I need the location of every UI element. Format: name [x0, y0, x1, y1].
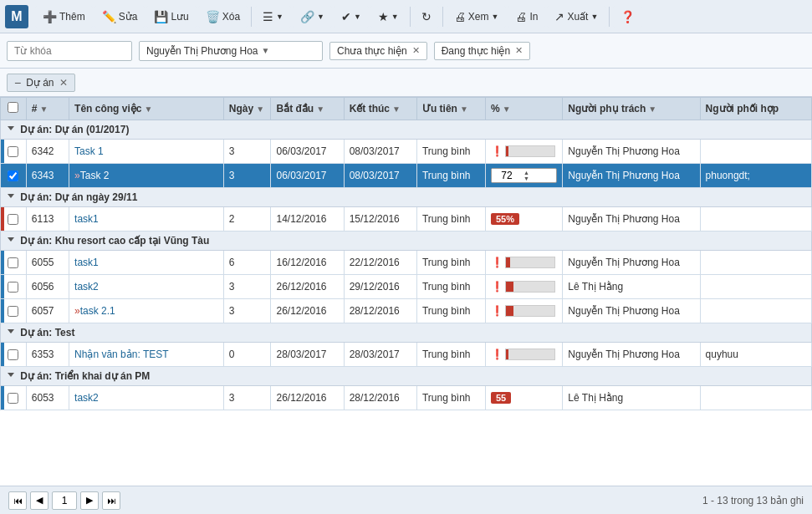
row-start: 06/03/2017 [271, 164, 344, 188]
task-link[interactable]: task2 [74, 281, 99, 293]
row-num: 6353 [26, 343, 69, 367]
task-link[interactable]: Nhận văn bản: TEST [74, 349, 169, 360]
task-link[interactable]: »task 2.1 [74, 305, 115, 317]
first-page-button[interactable]: ⏮ [8, 491, 27, 510]
row-percent: ❗ [486, 343, 563, 367]
task-link[interactable]: task1 [74, 213, 99, 225]
user-dropdown[interactable]: Nguyễn Thị Phương Hoa ▼ [139, 41, 323, 61]
remove-project-tag-button[interactable]: ✕ [59, 77, 68, 89]
xem-button[interactable]: 🖨 Xem ▼ [447, 6, 507, 28]
next-page-button[interactable]: ▶ [80, 491, 99, 510]
group-collapse-icon[interactable] [8, 373, 14, 379]
row-collab [700, 140, 811, 164]
checkmark-icon: ✔ [341, 10, 351, 23]
refresh-button[interactable]: ↻ [414, 6, 439, 28]
row-checkbox[interactable] [8, 393, 18, 404]
row-owner: Nguyễn Thị Phương Hoa [563, 207, 700, 232]
row-days: 3 [223, 275, 271, 299]
row-days: 3 [223, 140, 271, 164]
check-arrow: ▼ [354, 13, 361, 21]
prev-page-button[interactable]: ◀ [30, 491, 49, 510]
row-owner: Nguyễn Thị Phương Hoa [563, 164, 700, 188]
check-button[interactable]: ✔ ▼ [334, 6, 369, 28]
num-filter-icon[interactable]: ▼ [39, 104, 48, 114]
xuat-button[interactable]: ↗ Xuất ▼ [547, 6, 605, 28]
task-link[interactable]: task2 [74, 392, 99, 404]
pagination-status: 1 - 13 trong 13 bản ghi [702, 495, 804, 506]
row-checkbox[interactable] [8, 306, 18, 317]
task-link[interactable]: task1 [74, 257, 99, 268]
row-checkbox[interactable] [8, 257, 18, 268]
page-number-input[interactable] [52, 491, 77, 510]
percent-header: % ▼ [486, 98, 563, 120]
group-collapse-icon[interactable] [8, 237, 14, 244]
row-start: 26/12/2016 [271, 275, 344, 299]
remove-chua-tag-button[interactable]: ✕ [412, 45, 420, 56]
xem-arrow: ▼ [491, 13, 498, 21]
row-days: 0 [223, 343, 271, 367]
task-link[interactable]: Task 1 [74, 145, 104, 157]
row-checkbox[interactable] [8, 349, 18, 360]
sep4 [609, 7, 610, 27]
days-filter-icon[interactable]: ▼ [256, 104, 264, 114]
luu-button[interactable]: 💾 Lưu [146, 6, 196, 28]
start-filter-icon[interactable]: ▼ [316, 104, 324, 114]
help-icon: ❓ [620, 10, 635, 23]
filter-tag-dang: Đang thực hiện ✕ [434, 42, 530, 60]
row-owner: Lê Thị Hằng [563, 386, 700, 410]
row-owner: Nguyễn Thị Phương Hoa [563, 343, 700, 367]
star-button[interactable]: ★ ▼ [370, 6, 406, 28]
increment-spinner[interactable]: ▲ [522, 170, 531, 176]
row-priority: Trung bình [416, 164, 485, 188]
row-task: task1 [69, 251, 224, 275]
help-button[interactable]: ❓ [613, 6, 642, 28]
task-header: Tên công việc ▼ [69, 98, 224, 120]
last-page-button[interactable]: ⏭ [102, 491, 120, 510]
percent-input[interactable] [492, 169, 522, 182]
row-checkbox[interactable] [8, 146, 18, 157]
row-end: 15/12/2016 [344, 207, 416, 232]
table-row: 6113 task1 2 14/12/2016 15/12/2016 Trung… [1, 207, 812, 232]
in-button[interactable]: 🖨 In [508, 6, 545, 28]
keyword-input[interactable] [7, 41, 132, 61]
row-priority: Trung bình [416, 275, 485, 299]
group-collapse-icon[interactable] [8, 329, 14, 336]
decrement-spinner[interactable]: ▼ [522, 176, 531, 181]
menu-button[interactable]: ☰ ▼ [255, 6, 291, 28]
xoa-button[interactable]: 🗑️ Xóa [198, 6, 248, 28]
bar-icon: ❗ [491, 349, 503, 360]
owner-filter-icon[interactable]: ▼ [648, 104, 656, 114]
row-task: »Task 2 [69, 164, 224, 188]
link-button[interactable]: 🔗 ▼ [293, 6, 332, 28]
group-collapse-icon[interactable] [8, 194, 14, 201]
row-checkbox[interactable] [8, 282, 18, 293]
sep3 [442, 7, 443, 27]
select-all-checkbox[interactable] [8, 102, 18, 113]
bar-icon: ❗ [491, 305, 503, 317]
link-arrow: ▼ [317, 13, 324, 21]
row-num: 6342 [26, 140, 69, 164]
row-task: Nhận văn bản: TEST [69, 343, 224, 367]
filter-bar: Nguyễn Thị Phương Hoa ▼ Chưa thực hiện ✕… [0, 33, 812, 69]
row-priority: Trung bình [416, 140, 485, 164]
days-header: Ngày ▼ [223, 98, 271, 120]
xuat-arrow: ▼ [590, 13, 598, 21]
row-checkbox[interactable] [8, 214, 18, 225]
priority-filter-icon[interactable]: ▼ [460, 104, 468, 114]
end-filter-icon[interactable]: ▼ [392, 104, 401, 114]
pagination-bar: ⏮ ◀ ▶ ⏭ 1 - 13 trong 13 bản ghi [0, 486, 812, 514]
sua-button[interactable]: ✏️ Sửa [94, 6, 146, 28]
them-button[interactable]: ➕ Thêm [35, 6, 93, 28]
group-collapse-icon[interactable] [8, 126, 14, 133]
row-checkbox[interactable] [8, 170, 18, 181]
group-header-g1: Dự án: Dự án (01/2017) [1, 120, 812, 140]
row-priority: Trung bình [416, 251, 485, 275]
row-num: 6343 [26, 164, 69, 188]
percent-filter-icon[interactable]: ▼ [503, 104, 511, 114]
group-header-g2: Dự án: Dự án ngày 29/11 [1, 188, 812, 207]
row-end: 08/03/2017 [344, 164, 416, 188]
row-owner: Nguyễn Thị Phương Hoa [563, 299, 700, 323]
row-num: 6055 [26, 251, 69, 275]
remove-dang-tag-button[interactable]: ✕ [515, 45, 523, 56]
task-filter-icon[interactable]: ▼ [144, 104, 152, 114]
